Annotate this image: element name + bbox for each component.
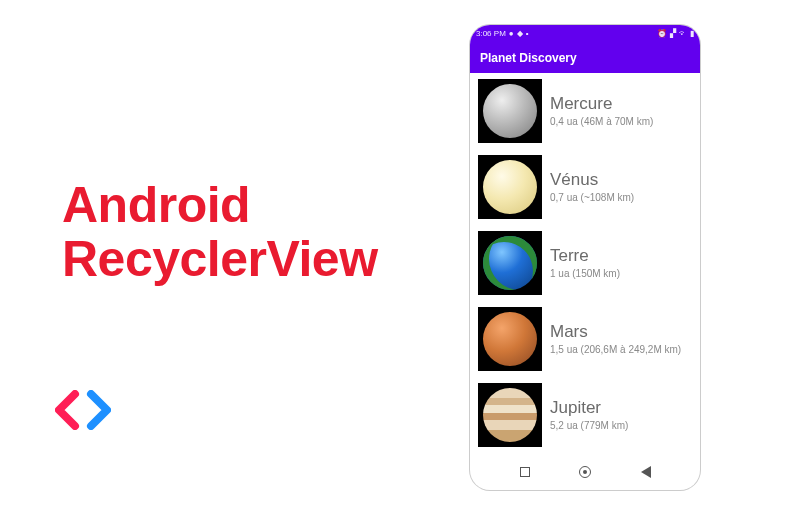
planet-icon — [483, 84, 537, 138]
planet-thumb — [478, 307, 542, 371]
alarm-icon: ⏰ — [657, 30, 667, 38]
planet-name: Terre — [550, 247, 620, 266]
planet-detail: 1 ua (150M km) — [550, 268, 620, 279]
battery-icon: ▮ — [690, 30, 694, 38]
planet-thumb — [478, 383, 542, 447]
planet-icon — [483, 388, 537, 442]
planet-name: Mercure — [550, 95, 653, 114]
planet-detail: 1,5 ua (206,6M à 249,2M km) — [550, 344, 681, 355]
app-bar: Planet Discovery — [470, 43, 700, 73]
nav-back-icon[interactable] — [641, 466, 651, 478]
list-item[interactable]: Mercure 0,4 ua (46M à 70M km) — [470, 73, 700, 149]
planet-name: Vénus — [550, 171, 634, 190]
planet-icon — [483, 160, 537, 214]
planet-list[interactable]: Mercure 0,4 ua (46M à 70M km) Vénus 0,7 … — [470, 73, 700, 453]
android-nav-bar — [470, 454, 700, 490]
title-line-2: RecyclerView — [62, 232, 378, 286]
status-icon: • — [526, 30, 529, 38]
title-line-1: Android — [62, 178, 378, 232]
planet-thumb — [478, 79, 542, 143]
planet-detail: 5,2 ua (779M km) — [550, 420, 628, 431]
list-item[interactable]: Jupiter 5,2 ua (779M km) — [470, 377, 700, 453]
status-time: 3:06 PM — [476, 30, 506, 38]
signal-icon: ▞ — [670, 30, 676, 38]
planet-icon — [483, 236, 537, 290]
page-title: Android RecyclerView — [62, 178, 378, 286]
status-bar: 3:06 PM ● ◆ • ⏰ ▞ ᯤ ▮ — [470, 25, 700, 43]
phone-frame: 3:06 PM ● ◆ • ⏰ ▞ ᯤ ▮ Planet Discovery M… — [470, 25, 700, 490]
planet-name: Mars — [550, 323, 681, 342]
planet-thumb — [478, 231, 542, 295]
status-icon: ● — [509, 30, 514, 38]
brand-logo-icon — [55, 390, 111, 430]
app-title: Planet Discovery — [480, 51, 577, 65]
nav-recent-icon[interactable] — [520, 467, 530, 477]
planet-detail: 0,7 ua (~108M km) — [550, 192, 634, 203]
planet-detail: 0,4 ua (46M à 70M km) — [550, 116, 653, 127]
planet-icon — [483, 312, 537, 366]
list-item[interactable]: Vénus 0,7 ua (~108M km) — [470, 149, 700, 225]
list-item[interactable]: Mars 1,5 ua (206,6M à 249,2M km) — [470, 301, 700, 377]
status-icon: ◆ — [517, 30, 523, 38]
wifi-icon: ᯤ — [679, 30, 687, 38]
planet-name: Jupiter — [550, 399, 628, 418]
planet-thumb — [478, 155, 542, 219]
list-item[interactable]: Terre 1 ua (150M km) — [470, 225, 700, 301]
nav-home-icon[interactable] — [579, 466, 591, 478]
